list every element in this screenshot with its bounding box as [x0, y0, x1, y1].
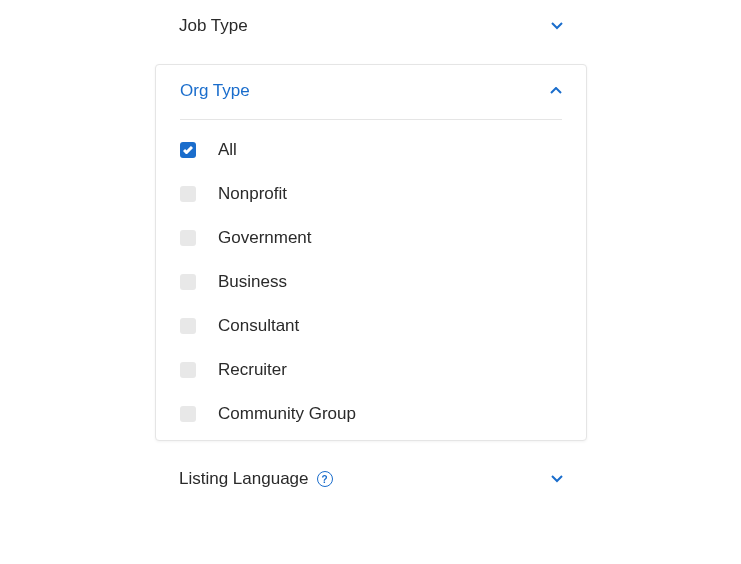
option-label: Government [218, 228, 312, 248]
checkbox-unchecked-icon [180, 318, 196, 334]
option-nonprofit[interactable]: Nonprofit [180, 184, 562, 204]
chevron-up-icon [550, 85, 562, 97]
option-consultant[interactable]: Consultant [180, 316, 562, 336]
option-label: Community Group [218, 404, 356, 424]
option-label: Nonprofit [218, 184, 287, 204]
option-recruiter[interactable]: Recruiter [180, 360, 562, 380]
option-community-group[interactable]: Community Group [180, 404, 562, 424]
filter-header-org-type[interactable]: Org Type [180, 81, 562, 101]
filter-panel: Job Type Org Type All Nonprofit [155, 0, 587, 505]
filter-header-job-type[interactable]: Job Type [179, 16, 563, 36]
checkbox-unchecked-icon [180, 230, 196, 246]
divider [180, 119, 562, 120]
chevron-down-icon [551, 20, 563, 32]
filter-section-listing-language: Listing Language ? [155, 453, 587, 505]
filter-header-listing-language[interactable]: Listing Language ? [179, 469, 563, 489]
checkbox-unchecked-icon [180, 274, 196, 290]
filter-title-job-type: Job Type [179, 16, 248, 36]
org-type-options: All Nonprofit Government Business Consul… [180, 140, 562, 424]
option-all[interactable]: All [180, 140, 562, 160]
chevron-down-icon [551, 473, 563, 485]
option-label: Recruiter [218, 360, 287, 380]
filter-title-org-type: Org Type [180, 81, 250, 101]
option-government[interactable]: Government [180, 228, 562, 248]
checkbox-checked-icon [180, 142, 196, 158]
option-label: Business [218, 272, 287, 292]
option-label: Consultant [218, 316, 299, 336]
filter-title-listing-language: Listing Language [179, 469, 309, 489]
filter-section-job-type: Job Type [155, 0, 587, 52]
checkbox-unchecked-icon [180, 186, 196, 202]
checkbox-unchecked-icon [180, 406, 196, 422]
option-business[interactable]: Business [180, 272, 562, 292]
checkbox-unchecked-icon [180, 362, 196, 378]
filter-section-org-type: Org Type All Nonprofit Government [155, 64, 587, 441]
option-label: All [218, 140, 237, 160]
info-icon[interactable]: ? [317, 471, 333, 487]
